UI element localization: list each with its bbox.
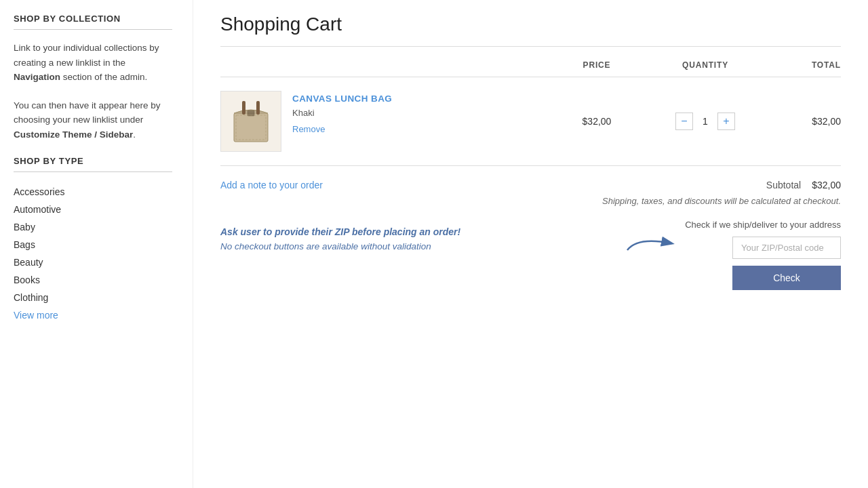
col-quantity-header: QUANTITY [651,60,760,70]
product-name[interactable]: CANVAS LUNCH BAG [292,94,392,104]
checkout-section: Ask user to provide their ZIP before pla… [220,220,841,290]
qty-plus-button[interactable]: + [717,113,735,130]
cart-header: PRICE QUANTITY TOTAL [220,60,841,77]
product-variant: Khaki [292,108,392,118]
sidebar-desc-part2: section of the admin. [60,72,147,82]
product-info: CANVAS LUNCH BAG Khaki Remove [292,91,392,134]
svg-rect-3 [256,101,260,115]
item-price: $32,00 [542,116,651,127]
zip-validation-messages: Ask user to provide their ZIP before pla… [220,220,624,251]
sidebar-item-beauty[interactable]: Beauty [14,253,172,271]
cart-item-row: CANVAS LUNCH BAG Khaki Remove $32,00 − 1… [220,77,841,166]
sidebar-collection-description: Link to your individual collections by c… [14,41,172,85]
subtotal-amount: $32,00 [812,180,841,190]
sidebar: SHOP BY COLLECTION Link to your individu… [0,0,193,488]
svg-rect-0 [234,113,268,142]
add-note-link[interactable]: Add a note to your order [220,180,323,190]
arrow-container [624,220,685,253]
sidebar-desc-part3: You can then have it appear here by choo… [14,100,160,125]
svg-rect-2 [242,101,245,115]
sidebar-collection-description-2: You can then have it appear here by choo… [14,98,172,142]
main-content: Shopping Cart PRICE QUANTITY TOTAL [193,0,868,488]
product-image [224,94,278,148]
sidebar-divider-2 [14,171,172,172]
sidebar-item-books[interactable]: Books [14,271,172,289]
subtotal-label: Subtotal [766,180,801,190]
view-more-link[interactable]: View more [14,310,58,321]
cart-footer-top: Add a note to your order Subtotal $32,00 [220,180,841,190]
arrow-icon [624,233,678,253]
sidebar-item-accessories[interactable]: Accessories [14,183,172,201]
cart-footer: Add a note to your order Subtotal $32,00… [220,166,841,304]
col-total-header: TOTAL [760,60,841,70]
zip-no-checkout-message: No checkout buttons are available withou… [220,241,624,251]
product-image-container [220,91,281,152]
item-total: $32,00 [760,116,841,127]
sidebar-item-clothing[interactable]: Clothing [14,289,172,306]
zip-check-label: Check if we ship/deliver to your address [685,220,841,230]
zip-input[interactable] [732,237,841,259]
col-price-header: PRICE [542,60,651,70]
subtotal-row: Subtotal $32,00 [766,180,841,190]
qty-minus-button[interactable]: − [675,113,693,130]
zip-check-panel: Check if we ship/deliver to your address… [685,220,841,290]
qty-value: 1 [698,116,712,127]
shipping-note: Shipping, taxes, and discounts will be c… [220,196,841,206]
main-divider [220,46,841,47]
col-product-header [220,60,542,70]
sidebar-nav-list: Accessories Automotive Baby Bags Beauty … [14,183,172,306]
zip-ask-message: Ask user to provide their ZIP before pla… [220,226,624,237]
sidebar-desc-customize-bold: Customize Theme / Sidebar [14,129,133,140]
sidebar-item-automotive[interactable]: Automotive [14,201,172,218]
sidebar-desc-nav-bold: Navigation [14,72,60,82]
remove-link[interactable]: Remove [292,124,325,134]
cart-header-cols: PRICE QUANTITY TOTAL [220,60,841,70]
sidebar-desc-end: . [133,129,136,140]
sidebar-type-title: SHOP BY TYPE [14,156,172,166]
sidebar-item-baby[interactable]: Baby [14,218,172,236]
check-button[interactable]: Check [732,266,841,290]
sidebar-item-bags[interactable]: Bags [14,236,172,253]
sidebar-divider-1 [14,29,172,30]
sidebar-collection-title: SHOP BY COLLECTION [14,14,172,24]
item-quantity: − 1 + [651,113,760,130]
cart-item-product: CANVAS LUNCH BAG Khaki Remove [220,91,542,152]
sidebar-desc-part1: Link to your individual collections by c… [14,43,159,68]
page-title: Shopping Cart [220,14,841,35]
